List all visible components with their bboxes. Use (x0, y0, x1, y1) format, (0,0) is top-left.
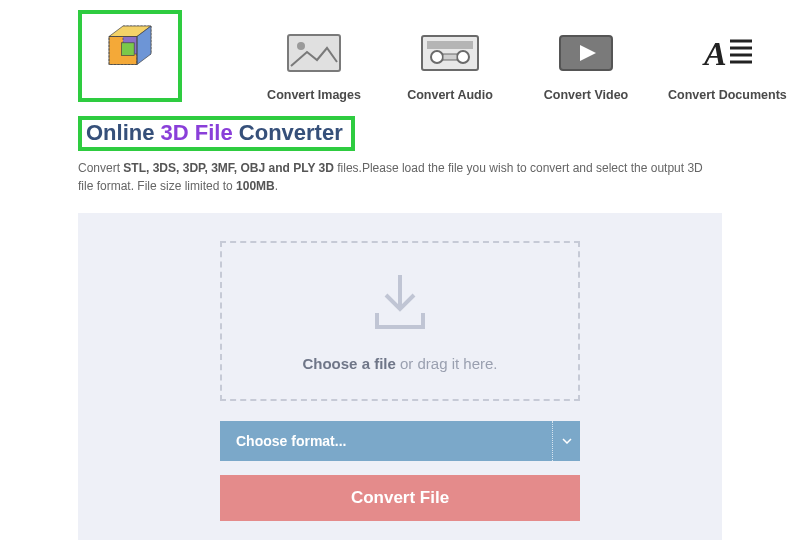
nav-label: Convert Video (544, 88, 629, 102)
convert-file-button[interactable]: Convert File (220, 475, 580, 521)
logo-3d-cube[interactable] (78, 10, 182, 102)
convert-button-label: Convert File (351, 488, 449, 508)
svg-point-7 (297, 42, 305, 50)
nav-label: Convert Images (267, 88, 361, 102)
upload-panel: Choose a file or drag it here. Choose fo… (78, 213, 722, 540)
file-dropzone[interactable]: Choose a file or drag it here. (220, 241, 580, 401)
nav-convert-documents[interactable]: A Convert Documents (668, 33, 787, 102)
video-play-icon (559, 33, 613, 73)
page-subtitle: Convert STL, 3DS, 3DP, 3MF, OBJ and PLY … (0, 151, 800, 195)
image-icon (287, 33, 341, 73)
cube-3d-icon (95, 19, 165, 93)
svg-rect-4 (122, 43, 135, 56)
title-part-online: Online (86, 120, 161, 145)
nav-convert-video[interactable]: Convert Video (532, 33, 640, 102)
svg-rect-9 (427, 41, 473, 49)
document-text-icon: A (700, 33, 754, 73)
nav-convert-images[interactable]: Convert Images (260, 33, 368, 102)
nav-convert-audio[interactable]: Convert Audio (396, 33, 504, 102)
top-nav: Convert Images Convert Audio (0, 10, 800, 112)
title-part-3dfile: 3D File (161, 120, 239, 145)
nav-label: Convert Documents (668, 88, 787, 102)
dropzone-text: Choose a file or drag it here. (302, 355, 497, 372)
format-select[interactable]: Choose format... (220, 421, 580, 461)
svg-rect-6 (288, 35, 340, 71)
format-select-label: Choose format... (220, 433, 552, 449)
page-title: Online 3D File Converter (78, 116, 355, 151)
svg-point-11 (457, 51, 469, 63)
download-arrow-icon (371, 271, 429, 337)
nav-label: Convert Audio (407, 88, 493, 102)
svg-text:A: A (702, 35, 727, 71)
chevron-down-icon (552, 421, 580, 461)
cassette-icon (421, 33, 479, 73)
svg-point-10 (431, 51, 443, 63)
svg-rect-12 (443, 54, 457, 60)
title-part-converter: Converter (239, 120, 343, 145)
